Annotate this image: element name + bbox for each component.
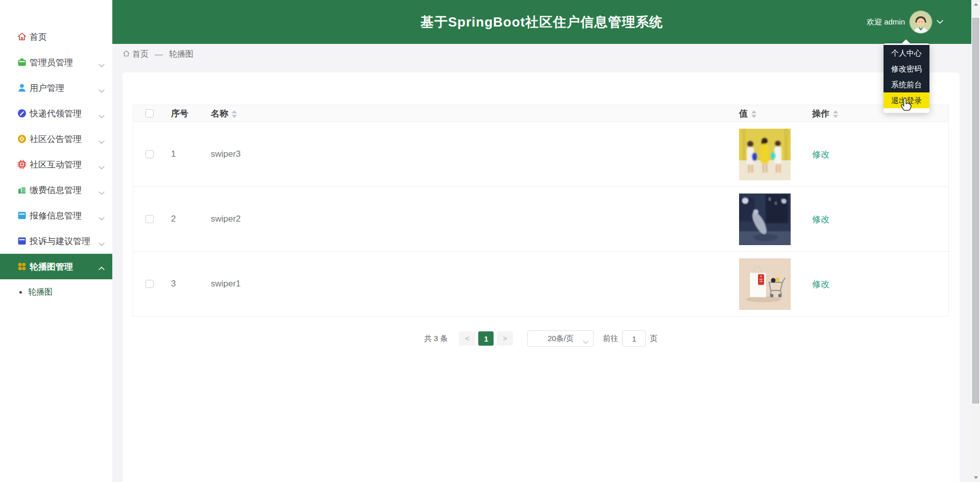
home-icon xyxy=(17,32,27,42)
bullet-dot-icon xyxy=(19,291,22,294)
swiper1-thumbnail xyxy=(739,258,791,310)
sidebar-item-label: 首页 xyxy=(30,31,47,43)
chevron-down-icon xyxy=(99,85,105,95)
sidebar-item-repair-mgmt[interactable]: 报修信息管理 xyxy=(0,203,112,228)
sidebar-item-payment-mgmt[interactable]: 缴费信息管理 xyxy=(0,177,112,203)
sidebar-item-carousel-mgmt[interactable]: 轮播图管理 xyxy=(0,254,112,279)
buildings-icon xyxy=(17,185,27,195)
row-checkbox[interactable] xyxy=(145,215,154,223)
breadcrumb-home-label: 首页 xyxy=(132,49,149,60)
sort-carets-icon[interactable] xyxy=(232,110,237,118)
user-dropdown: 个人中心 修改密码 系统前台 退出登录 xyxy=(884,39,929,113)
chip-icon xyxy=(17,159,27,170)
sidebar: 首页 管理员管理 用户管理 快递代领管理 xyxy=(0,0,112,482)
column-header-index: 序号 xyxy=(166,108,206,119)
sidebar-item-label: 快递代领管理 xyxy=(30,108,82,119)
sidebar-item-user-mgmt[interactable]: 用户管理 xyxy=(0,75,112,101)
cell-image xyxy=(739,258,803,310)
row-checkbox[interactable] xyxy=(145,280,154,288)
carousel-table: 序号 名称 值 操作 1 swiper3 xyxy=(133,105,949,317)
sidebar-item-label: 缴费信息管理 xyxy=(30,184,82,196)
menu-item-change-password[interactable]: 修改密码 xyxy=(884,61,929,77)
edit-link[interactable]: 修改 xyxy=(812,150,829,159)
sidebar-item-notice-mgmt[interactable]: 社区公告管理 xyxy=(0,126,112,152)
breadcrumb-separator: — xyxy=(155,50,163,59)
chevron-down-icon xyxy=(99,111,105,121)
menu-item-logout[interactable]: 退出登录 xyxy=(884,92,929,108)
scroll-up-button[interactable] xyxy=(971,0,980,9)
select-all-checkbox[interactable] xyxy=(145,109,154,117)
pagination-total: 共 3 条 xyxy=(424,334,448,344)
sidebar-item-interact-mgmt[interactable]: 社区互动管理 xyxy=(0,152,112,177)
sidebar-item-label: 管理员管理 xyxy=(30,57,73,68)
sidebar-subitem-label: 轮播图 xyxy=(28,287,53,298)
edit-link[interactable]: 修改 xyxy=(812,214,829,224)
cell-image xyxy=(739,194,803,245)
sidebar-item-complaint-mgmt[interactable]: 投诉与建议管理 xyxy=(0,228,112,254)
breadcrumb: 首页 — 轮播图 xyxy=(112,44,971,65)
cell-index: 2 xyxy=(166,214,206,224)
pen-circle-icon xyxy=(17,108,27,118)
sidebar-item-label: 社区公告管理 xyxy=(30,133,82,145)
sidebar-item-label: 社区互动管理 xyxy=(30,159,82,171)
table-row: 1 swiper3 xyxy=(133,122,948,187)
page-size-value: 20条/页 xyxy=(548,334,574,344)
chevron-up-icon xyxy=(99,264,105,274)
column-header-name: 名称 xyxy=(206,108,739,119)
sidebar-subitem-carousel[interactable]: 轮播图 xyxy=(0,279,112,305)
user-area: 欢迎 admin xyxy=(867,0,943,44)
chevron-down-icon xyxy=(99,162,105,172)
sidebar-item-label: 投诉与建议管理 xyxy=(30,235,90,247)
cell-index: 3 xyxy=(166,279,206,289)
chevron-down-icon xyxy=(99,213,105,223)
chevron-down-icon xyxy=(583,337,589,346)
cell-name: swiper3 xyxy=(206,149,739,159)
menu-item-profile[interactable]: 个人中心 xyxy=(884,45,929,61)
welcome-text: 欢迎 admin xyxy=(867,17,905,27)
sidebar-item-label: 轮播图管理 xyxy=(30,261,73,273)
edit-link[interactable]: 修改 xyxy=(812,279,829,289)
page-size-select[interactable]: 20条/页 xyxy=(527,330,594,347)
row-checkbox[interactable] xyxy=(145,150,154,158)
home-outline-icon xyxy=(122,50,130,59)
menu-item-front-site[interactable]: 系统前台 xyxy=(884,77,929,92)
chevron-down-icon[interactable] xyxy=(937,20,943,24)
breadcrumb-home-link[interactable]: 首页 xyxy=(122,49,149,60)
sidebar-item-label: 报修信息管理 xyxy=(30,210,82,222)
page-title: 基于SpringBoot社区住户信息管理系统 xyxy=(112,0,971,44)
admin-page: 首页 管理员管理 用户管理 快递代领管理 xyxy=(0,0,980,482)
main-area: 基于SpringBoot社区住户信息管理系统 欢迎 admin 首页 — 轮播图 xyxy=(112,0,971,482)
goto-unit-label: 页 xyxy=(650,334,657,344)
sidebar-item-express-mgmt[interactable]: 快递代领管理 xyxy=(0,101,112,126)
chevron-down-icon xyxy=(99,136,105,147)
window-icon xyxy=(17,236,27,246)
prev-page-button[interactable]: < xyxy=(459,331,475,346)
swiper2-thumbnail xyxy=(739,194,791,245)
breadcrumb-current: 轮播图 xyxy=(169,49,193,60)
column-header-value: 值 xyxy=(739,108,803,119)
goto-page-input[interactable] xyxy=(622,330,646,347)
sidebar-item-home[interactable]: 首页 xyxy=(0,24,112,50)
cell-name: swiper2 xyxy=(206,214,739,224)
table-header-row: 序号 名称 值 操作 xyxy=(133,105,948,122)
vertical-scrollbar xyxy=(971,0,980,482)
scroll-down-button[interactable] xyxy=(971,473,980,482)
toolbox-icon xyxy=(17,57,27,67)
next-page-button[interactable]: > xyxy=(497,331,513,346)
pagination: 共 3 条 < 1 > 20条/页 前往 页 xyxy=(133,330,949,347)
cell-name: swiper1 xyxy=(206,279,739,289)
dropdown-menu: 个人中心 修改密码 系统前台 退出登录 xyxy=(884,43,929,113)
dropdown-arrow xyxy=(902,39,910,43)
sort-carets-icon[interactable] xyxy=(751,110,756,118)
sidebar-item-label: 用户管理 xyxy=(30,82,64,94)
page-1-button[interactable]: 1 xyxy=(478,331,494,346)
sidebar-item-admin-mgmt[interactable]: 管理员管理 xyxy=(0,50,112,75)
table-row: 3 swiper1 修改 xyxy=(133,252,948,317)
scrollbar-thumb[interactable] xyxy=(972,18,979,403)
user-icon xyxy=(17,83,27,93)
avatar[interactable] xyxy=(910,11,932,33)
header-bar: 基于SpringBoot社区住户信息管理系统 欢迎 admin xyxy=(112,0,971,44)
swiper3-thumbnail xyxy=(739,129,791,180)
chevron-down-icon xyxy=(99,187,105,198)
sort-carets-icon[interactable] xyxy=(833,110,838,118)
